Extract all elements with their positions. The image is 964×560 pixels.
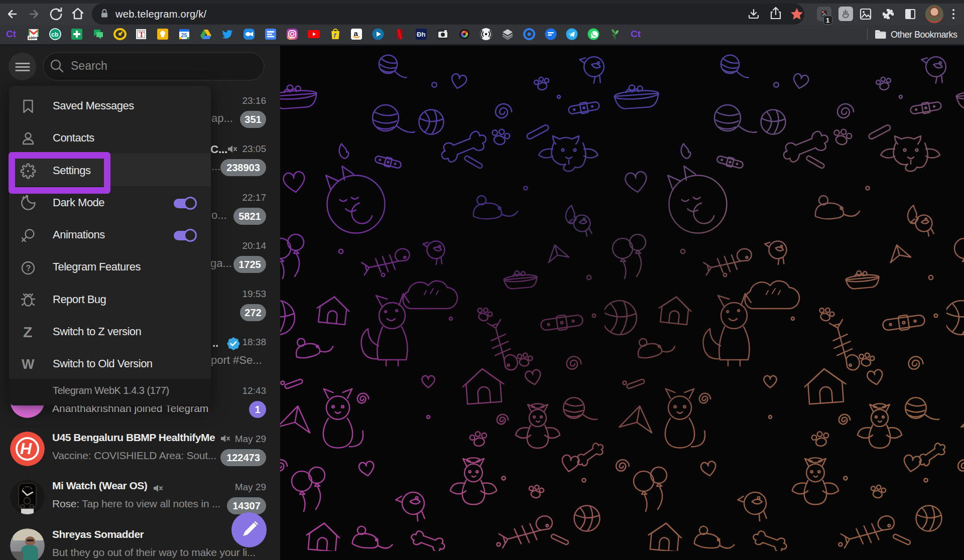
svg-text:Ct: Ct xyxy=(631,29,641,39)
svg-text:cb: cb xyxy=(51,31,58,38)
svg-text:a: a xyxy=(354,29,358,38)
svg-text:W: W xyxy=(22,357,35,372)
svg-text:T: T xyxy=(139,30,145,39)
svg-text:Ct: Ct xyxy=(6,29,17,39)
svg-text:100+: 100+ xyxy=(28,36,37,40)
svg-text:?: ? xyxy=(26,264,31,272)
svg-text:Z: Z xyxy=(23,324,32,340)
svg-text:Ðh: Ðh xyxy=(417,31,425,38)
svg-text:25: 25 xyxy=(181,32,187,38)
